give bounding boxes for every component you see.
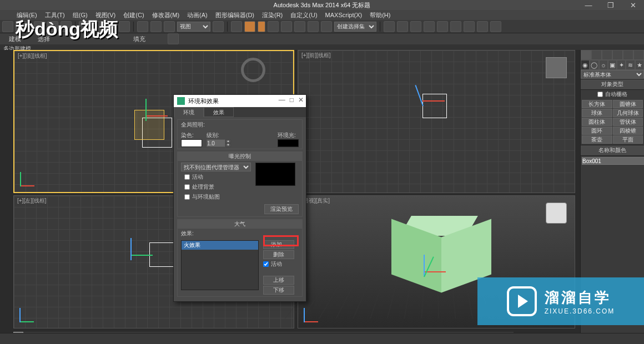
cat-helpers-icon[interactable]: ✦ <box>617 60 626 70</box>
gizmo-left[interactable] <box>130 238 164 271</box>
exposure-head[interactable]: 曝光控制 <box>178 152 302 161</box>
rotate-button[interactable] <box>150 21 162 32</box>
menu-customize[interactable]: 自定义(U) <box>290 11 317 19</box>
tab-utilities[interactable] <box>633 50 644 60</box>
snap-toggle[interactable] <box>231 21 242 32</box>
angle-snap-toggle[interactable] <box>244 21 255 32</box>
btn-geosphere[interactable]: 几何球体 <box>613 109 643 117</box>
menu-maxscript[interactable]: MAXScript(X) <box>325 12 363 18</box>
quick-render-button[interactable] <box>437 21 448 32</box>
menu-view[interactable]: 视图(V) <box>95 11 116 19</box>
render-prod-button[interactable] <box>450 21 461 32</box>
tab-display[interactable] <box>623 50 633 60</box>
btn-box[interactable]: 长方体 <box>582 100 612 108</box>
environment-effects-dialog[interactable]: 环境和效果 — □ ✕ 环境 效果 全局照明: 染色: 级别: ▲▼ <box>173 94 306 302</box>
exposure-env-check[interactable]: 与环境贴图 <box>181 193 251 201</box>
dialog-close[interactable]: ✕ <box>298 96 304 104</box>
tint-swatch[interactable] <box>181 139 202 147</box>
effect-active-check[interactable]: 活动 <box>263 260 294 268</box>
btn-sphere[interactable]: 球体 <box>582 109 612 117</box>
gizmo-front[interactable] <box>422 84 456 117</box>
menu-tools[interactable]: 工具(T) <box>45 11 65 19</box>
tab-environment[interactable]: 环境 <box>174 107 204 117</box>
viewcube-persp[interactable] <box>546 203 567 224</box>
menu-create[interactable]: 创建(C) <box>123 11 144 19</box>
tab-motion[interactable] <box>612 50 623 60</box>
render-iter-button[interactable] <box>464 21 475 32</box>
select-button[interactable] <box>79 21 90 32</box>
tab-modify[interactable] <box>591 50 602 60</box>
create-type-dropdown[interactable]: 标准基本体 <box>581 70 644 79</box>
select-filter-button[interactable] <box>119 21 130 32</box>
select-name-button[interactable] <box>92 21 103 32</box>
render-setup-button[interactable] <box>397 21 408 32</box>
exposure-bg-check[interactable]: 处理背景 <box>181 183 251 191</box>
menu-help[interactable]: 帮助(H) <box>370 11 390 19</box>
ambient-swatch[interactable] <box>278 139 299 147</box>
btn-teapot[interactable]: 茶壶 <box>582 135 612 144</box>
select-region-button[interactable] <box>105 21 117 32</box>
add-effect-button[interactable]: 添加... <box>263 240 294 249</box>
ribbon-fill[interactable]: 填充 <box>133 35 145 43</box>
btn-pyramid[interactable]: 四棱锥 <box>613 127 643 135</box>
menu-modifiers[interactable]: 修改器(M) <box>152 11 180 19</box>
refcoord-dropdown[interactable]: 视图 <box>177 22 210 32</box>
minimize-button[interactable]: — <box>577 0 600 10</box>
move-button[interactable] <box>137 21 148 32</box>
close-button[interactable]: ✕ <box>622 0 644 10</box>
ribbon-extra-icon[interactable] <box>168 33 179 44</box>
viewport-front[interactable]: [+][前][线框] <box>298 50 575 193</box>
menu-rendering[interactable]: 渲染(R) <box>262 11 283 19</box>
ribbon-modeling[interactable]: 建模 <box>9 35 21 43</box>
layer-button[interactable] <box>308 21 319 32</box>
render-preview-button[interactable]: 渲染预览 <box>264 204 299 214</box>
restore-button[interactable]: ❐ <box>600 0 622 10</box>
btn-torus[interactable]: 圆环 <box>582 127 612 135</box>
unlink-button[interactable] <box>47 21 58 32</box>
scale-button[interactable] <box>164 21 175 32</box>
link-button[interactable] <box>34 21 45 32</box>
mirror-button[interactable] <box>281 21 292 32</box>
ribbon-selection[interactable]: 选择 <box>38 35 50 43</box>
ab-button[interactable] <box>477 21 488 32</box>
btn-plane[interactable]: 平面 <box>613 135 643 144</box>
curve-editor-button[interactable] <box>321 21 332 32</box>
percent-snap-toggle[interactable] <box>258 21 265 32</box>
menu-edit[interactable]: 编辑(E) <box>17 11 37 19</box>
cat-shapes-icon[interactable]: ◯ <box>590 60 598 70</box>
viewcube-front[interactable] <box>546 57 567 78</box>
move-up-button[interactable]: 上移 <box>263 276 294 285</box>
bind-spacewarp-button[interactable] <box>61 21 72 32</box>
btn-cylinder[interactable]: 圆柱体 <box>582 118 612 126</box>
autogrid-check[interactable]: 自动栅格 <box>581 90 644 99</box>
named-selection-sets[interactable]: 创建选择集 <box>334 22 376 32</box>
rollout-object-type[interactable]: 对象类型 <box>581 79 644 90</box>
exposure-active-check[interactable]: 活动 <box>181 173 251 181</box>
exposure-dropdown[interactable]: 找不到位图代理管理器 <box>181 163 251 171</box>
delete-effect-button[interactable]: 删除 <box>263 250 294 259</box>
level-input[interactable] <box>207 139 225 147</box>
cat-lights-icon[interactable]: ☼ <box>599 60 608 70</box>
rendered-frame-button[interactable] <box>410 21 421 32</box>
move-down-button[interactable]: 下移 <box>263 286 294 295</box>
redo-button[interactable] <box>16 21 27 32</box>
render-button[interactable] <box>424 21 435 32</box>
align-button[interactable] <box>294 21 305 32</box>
menu-animation[interactable]: 动画(A) <box>187 11 208 19</box>
atmos-head[interactable]: 大气 <box>178 220 302 229</box>
cat-systems-icon[interactable]: ★ <box>635 60 644 70</box>
tab-hierarchy[interactable] <box>602 50 612 60</box>
cat-spacewarps-icon[interactable]: ≋ <box>626 60 635 70</box>
undo-button[interactable] <box>2 21 13 32</box>
cat-geometry-icon[interactable]: ◉ <box>581 60 590 70</box>
object-name-input[interactable] <box>582 157 644 165</box>
btn-tube[interactable]: 管状体 <box>613 118 643 126</box>
cat-cameras-icon[interactable]: ▣ <box>608 60 617 70</box>
gizmo-persp[interactable] <box>424 255 457 288</box>
dialog-minimize[interactable]: — <box>279 96 285 104</box>
effects-listbox[interactable]: 火效果 <box>181 240 259 290</box>
teapot-render-button[interactable] <box>490 21 501 32</box>
effects-list-item-fire[interactable]: 火效果 <box>182 241 258 250</box>
spinner-snap-toggle[interactable] <box>268 21 279 32</box>
dialog-maximize[interactable]: □ <box>290 96 294 104</box>
